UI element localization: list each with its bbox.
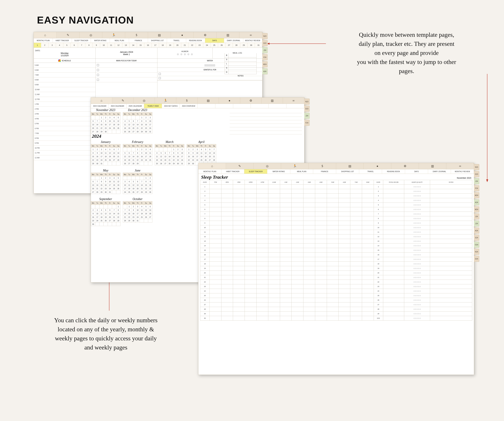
doc-icon[interactable]: ▤	[198, 98, 219, 104]
meal-row[interactable]: S	[225, 57, 257, 62]
day-number[interactable]: 7	[78, 43, 85, 47]
day-number[interactable]: 23	[196, 43, 203, 47]
side-tab[interactable]: O24	[474, 242, 479, 248]
subtab[interactable]: FINANCE	[129, 38, 148, 43]
humor-icons[interactable]: ☺ ☺ ☺ ☺ ☺	[177, 53, 193, 56]
running-icon[interactable]: 🏃	[281, 163, 309, 169]
schedule-row[interactable]: 10 PM	[34, 146, 96, 150]
doc-icon[interactable]: ▤	[148, 32, 171, 38]
subtab[interactable]: MONTHLY REVIEW	[451, 169, 474, 174]
day-number[interactable]: 18	[159, 43, 167, 47]
schedule-row[interactable]: 1 PM	[34, 102, 96, 107]
subtab[interactable]: MONTHLY REVIEW	[243, 38, 262, 43]
day-number[interactable]: 4	[56, 43, 63, 47]
link-icon[interactable]: ∞	[446, 163, 474, 169]
side-tab[interactable]: N23	[262, 33, 268, 39]
side-tab[interactable]: N24	[474, 249, 479, 255]
day-number[interactable]: 27	[225, 43, 233, 47]
subtab[interactable]: TRAVEL	[167, 38, 186, 43]
running-icon[interactable]: 🏃	[102, 32, 125, 38]
side-tab[interactable]: D23	[474, 171, 479, 177]
subtab[interactable]: MONTHLY PLAN	[198, 169, 222, 174]
subtab[interactable]: DIARY JOURNAL	[224, 38, 243, 43]
circle-icon[interactable]: ●	[219, 98, 240, 104]
side-tab[interactable]: S24	[474, 235, 479, 241]
subtab[interactable]: SLEEP TRACKER	[72, 38, 91, 43]
schedule-row[interactable]: 7 AM	[34, 72, 96, 77]
day-number[interactable]: 24	[203, 43, 211, 47]
meal-row[interactable]: L	[225, 62, 257, 66]
home-icon[interactable]: ⌂	[91, 98, 112, 104]
subtab[interactable]: YEARLY VIEW	[144, 104, 162, 108]
side-tab[interactable]: A24	[474, 228, 479, 234]
day-number[interactable]: 20	[174, 43, 181, 47]
side-tab[interactable]: J24	[262, 47, 268, 53]
schedule-row[interactable]: 5 PM	[34, 121, 96, 126]
day-number[interactable]: 2	[41, 43, 48, 47]
day-number[interactable]: 31	[255, 43, 262, 47]
gear-icon[interactable]: ⚙	[240, 98, 262, 104]
day-number[interactable]: 12	[115, 43, 122, 47]
focus-row[interactable]	[96, 68, 157, 72]
dollar-icon[interactable]: $	[176, 98, 198, 104]
schedule-row[interactable]: 12 AM	[34, 155, 96, 160]
schedule-row[interactable]: 2 PM	[34, 107, 96, 112]
target-icon[interactable]: ◎	[133, 98, 155, 104]
book-icon[interactable]: ▥	[419, 163, 446, 169]
subtab[interactable]: SHOPPING LIST	[148, 38, 167, 43]
schedule-row[interactable]: 8 AM	[34, 77, 96, 82]
subtab[interactable]: FINANCE	[313, 169, 336, 174]
meal-row[interactable]: D	[225, 70, 257, 74]
circle-icon[interactable]: ●	[364, 163, 391, 169]
side-tab[interactable]: J24	[474, 220, 479, 226]
pencil-icon[interactable]: ✎	[112, 98, 133, 104]
schedule-row[interactable]: 11 PM	[34, 150, 96, 155]
mini-calendar[interactable]: MarchMoTuWeThFrSuSa123456789101112131415…	[155, 140, 184, 166]
side-tab[interactable]: F24	[304, 120, 310, 126]
mini-calendar[interactable]: November 2023MoTuWeThFrSuSa1234567891011…	[91, 108, 120, 134]
side-tab[interactable]: J24	[474, 213, 479, 219]
mini-calendar[interactable]: MayMoTuWeThFrSuSa12345678910111213141516…	[91, 169, 120, 194]
schedule-row[interactable]: 3 PM	[34, 112, 96, 116]
subtab[interactable]: 2024 OVERVIEW	[180, 104, 198, 108]
mini-calendar[interactable]: FebruaryMoTuWeThFrSuSa123456789101112131…	[123, 140, 152, 166]
day-number[interactable]: 6	[71, 43, 78, 47]
doc-icon[interactable]: ▤	[336, 163, 364, 169]
gear-icon[interactable]: ⚙	[194, 32, 216, 38]
day-number[interactable]: 14	[130, 43, 137, 47]
subtab[interactable]: 2023 CALENDAR	[91, 104, 109, 108]
day-number[interactable]: 17	[152, 43, 159, 47]
day-number[interactable]: 21	[181, 43, 189, 47]
link-icon[interactable]: ∞	[283, 98, 304, 104]
day-number[interactable]: 13	[122, 43, 130, 47]
subtab[interactable]: MEAL PLAN	[110, 38, 129, 43]
side-tab[interactable]: M24	[474, 192, 479, 198]
day-number[interactable]: 15	[137, 43, 144, 47]
mini-calendar[interactable]: JanuaryMoTuWeThFrSuSa1234567891011121314…	[91, 140, 120, 166]
mini-calendar[interactable]: AprilMoTuWeThFrSuSa123456789101112131415…	[187, 140, 216, 166]
notes-lines[interactable]	[230, 110, 302, 134]
schedule-row[interactable]: 5 AM	[34, 63, 96, 68]
schedule-row[interactable]: 8 PM	[34, 136, 96, 141]
focus-row[interactable]	[96, 72, 157, 77]
subtab[interactable]: READING BOOK	[382, 169, 405, 174]
side-tab[interactable]: M24	[262, 61, 268, 67]
side-tab[interactable]: D24	[474, 256, 479, 262]
link-icon[interactable]: ∞	[239, 32, 262, 38]
side-tab[interactable]: D23	[304, 106, 310, 112]
subtab[interactable]: 2025 CALENDAR	[126, 104, 144, 108]
gear-icon[interactable]: ⚙	[391, 163, 419, 169]
day-number[interactable]: 22	[188, 43, 196, 47]
meal-row[interactable]: S	[225, 66, 257, 70]
pencil-icon[interactable]: ✎	[57, 32, 79, 38]
day-number[interactable]: 8	[85, 43, 93, 47]
day-number[interactable]: 25	[211, 43, 218, 47]
day-number[interactable]: 30	[247, 43, 255, 47]
running-icon[interactable]: 🏃	[155, 98, 176, 104]
circle-icon[interactable]: ●	[171, 32, 194, 38]
day-number[interactable]: 3	[48, 43, 56, 47]
day-number[interactable]: 9	[93, 43, 100, 47]
subtab[interactable]: SLEEP TRACKER	[244, 169, 267, 174]
subtab[interactable]: DAYS	[205, 38, 224, 43]
subtab[interactable]: SHOPPING LIST	[336, 169, 359, 174]
